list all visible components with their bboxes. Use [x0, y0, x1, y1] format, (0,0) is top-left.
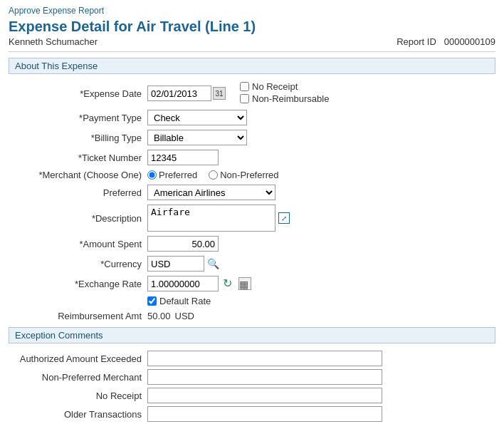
- currency-search-icon[interactable]: 🔍: [207, 258, 219, 269]
- ticket-number-label: *Ticket Number: [16, 152, 147, 163]
- amount-label: *Amount Spent: [16, 239, 147, 249]
- exchange-rate-label: *Exchange Rate: [16, 279, 147, 289]
- no-receipt-exception-label: No Receipt: [16, 391, 147, 401]
- billing-type-label: *Billing Type: [16, 133, 147, 143]
- ticket-number-row: *Ticket Number: [16, 150, 488, 165]
- non-preferred-radio-text: Non-Preferred: [220, 170, 278, 180]
- billing-type-select[interactable]: Billable Non-Billable: [147, 130, 247, 145]
- description-controls: Airfare ⤢: [147, 205, 488, 232]
- reimbursement-label: Reimbursement Amt: [16, 311, 147, 321]
- billing-type-row: *Billing Type Billable Non-Billable: [16, 130, 488, 145]
- breadcrumb[interactable]: Approve Expense Report: [9, 6, 495, 16]
- non-preferred-merchant-label: Non-Preferred Merchant: [16, 372, 147, 383]
- report-id-value: 0000000109: [444, 36, 495, 47]
- non-reimbursable-checkbox[interactable]: [240, 94, 249, 103]
- preferred-dropdown-label: Preferred: [16, 187, 147, 198]
- default-rate-row: Default Rate: [147, 296, 488, 306]
- older-transactions-row: Older Transactions: [16, 406, 488, 422]
- no-receipt-exception-input[interactable]: [147, 388, 382, 403]
- report-header: Kenneth Schumacher Report ID 0000000109: [9, 36, 495, 47]
- no-receipt-label: No Receipt: [252, 81, 298, 92]
- non-reimbursable-row: Non-Reimbursable: [240, 93, 329, 104]
- about-expense-section-header: About This Expense: [9, 58, 495, 74]
- authorized-amount-label: Authorized Amount Exceeded: [16, 353, 147, 364]
- reimbursement-amount: 50.00: [147, 311, 171, 321]
- expense-date-row: *Expense Date 31 No Receipt Non-Reimburs…: [16, 81, 488, 105]
- default-rate-label: Default Rate: [159, 296, 211, 306]
- exchange-rate-input[interactable]: [147, 276, 219, 291]
- expense-date-label: *Expense Date: [16, 88, 147, 99]
- amount-input[interactable]: [147, 236, 219, 252]
- currency-row: *Currency 🔍: [16, 256, 488, 272]
- description-label: *Description: [16, 213, 147, 224]
- merchant-radio-group: Preferred Non-Preferred: [147, 170, 290, 180]
- exchange-rate-controls: ↻ ▦: [147, 276, 488, 291]
- amount-row: *Amount Spent: [16, 236, 488, 252]
- billing-type-controls: Billable Non-Billable: [147, 130, 488, 145]
- exception-fields: Authorized Amount Exceeded Non-Preferred…: [9, 351, 495, 422]
- exception-section: Exception Comments Authorized Amount Exc…: [9, 327, 495, 422]
- non-reimbursable-label: Non-Reimbursable: [252, 93, 329, 104]
- payment-type-row: *Payment Type Check Credit Card Cash: [16, 110, 488, 125]
- report-id: Report ID 0000000109: [397, 36, 495, 47]
- ticket-number-input[interactable]: [147, 150, 219, 165]
- expense-date-input[interactable]: [147, 86, 211, 101]
- merchant-label: *Merchant (Choose One): [16, 170, 147, 180]
- exception-section-title: Exception Comments: [15, 330, 103, 341]
- report-id-label: Report ID: [397, 36, 436, 47]
- no-receipt-row: No Receipt: [240, 81, 329, 92]
- non-preferred-merchant-input[interactable]: [147, 369, 382, 385]
- non-preferred-radio-label[interactable]: Non-Preferred: [209, 170, 278, 180]
- amount-controls: [147, 236, 488, 252]
- exchange-rate-row: *Exchange Rate ↻ ▦: [16, 276, 488, 291]
- description-row: *Description Airfare ⤢: [16, 205, 488, 232]
- receipt-options: No Receipt Non-Reimbursable: [240, 81, 329, 105]
- ticket-number-controls: [147, 150, 488, 165]
- older-transactions-input[interactable]: [147, 406, 382, 422]
- currency-label: *Currency: [16, 259, 147, 269]
- non-preferred-merchant-row: Non-Preferred Merchant: [16, 369, 488, 385]
- breadcrumb-text: Approve Expense Report: [9, 6, 104, 16]
- currency-controls: 🔍: [147, 256, 488, 272]
- reimbursement-row: Reimbursement Amt 50.00 USD: [16, 311, 488, 321]
- non-preferred-radio[interactable]: [209, 170, 218, 180]
- authorized-amount-input[interactable]: [147, 351, 382, 366]
- about-expense-label: About This Expense: [15, 61, 98, 71]
- preferred-radio[interactable]: [147, 170, 157, 180]
- expense-form: *Expense Date 31 No Receipt Non-Reimburs…: [9, 81, 495, 321]
- no-receipt-checkbox[interactable]: [240, 82, 249, 91]
- currency-input[interactable]: [147, 256, 204, 272]
- authorized-amount-row: Authorized Amount Exceeded: [16, 351, 488, 366]
- calendar-icon[interactable]: 31: [213, 87, 226, 100]
- no-receipt-exception-row: No Receipt: [16, 388, 488, 403]
- preferred-radio-text: Preferred: [159, 170, 197, 180]
- table-icon[interactable]: ▦: [238, 277, 251, 290]
- user-name: Kenneth Schumacher: [9, 36, 98, 47]
- merchant-controls: Preferred Non-Preferred: [147, 170, 488, 180]
- preferred-dropdown-controls: American Airlines Delta Airlines United …: [147, 185, 488, 200]
- preferred-radio-label[interactable]: Preferred: [147, 170, 197, 180]
- preferred-merchant-select[interactable]: American Airlines Delta Airlines United …: [147, 185, 275, 200]
- expand-icon[interactable]: ⤢: [278, 212, 290, 224]
- description-textarea[interactable]: Airfare: [147, 205, 275, 232]
- payment-type-select[interactable]: Check Credit Card Cash: [147, 110, 247, 125]
- payment-type-label: *Payment Type: [16, 113, 147, 123]
- page-title: Expense Detail for Air Travel (Line 1): [9, 19, 495, 35]
- expense-date-controls: 31 No Receipt Non-Reimbursable: [147, 81, 488, 105]
- payment-type-controls: Check Credit Card Cash: [147, 110, 488, 125]
- reimbursement-currency: USD: [175, 311, 194, 321]
- default-rate-checkbox[interactable]: [147, 296, 157, 306]
- refresh-icon[interactable]: ↻: [223, 277, 236, 290]
- preferred-dropdown-row: Preferred American Airlines Delta Airlin…: [16, 185, 488, 200]
- older-transactions-label: Older Transactions: [16, 409, 147, 420]
- merchant-row: *Merchant (Choose One) Preferred Non-Pre…: [16, 170, 488, 180]
- exception-section-header: Exception Comments: [9, 327, 495, 343]
